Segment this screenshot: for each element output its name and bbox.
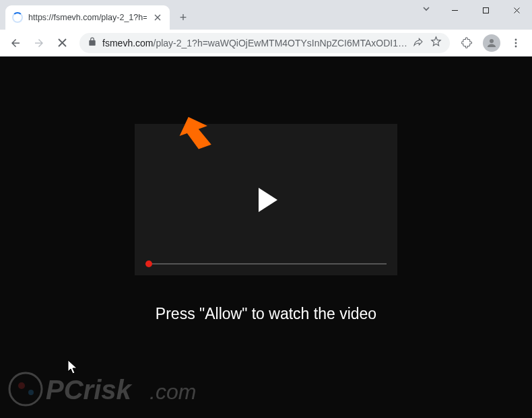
allow-prompt-text: Press "Allow" to watch the video <box>156 305 376 323</box>
back-button[interactable] <box>5 32 26 54</box>
svg-point-7 <box>18 382 25 389</box>
avatar-icon <box>483 34 500 52</box>
svg-point-1 <box>490 39 494 43</box>
page-content: Press "Allow" to watch the video PCrisk … <box>0 57 532 418</box>
window-maximize-button[interactable] <box>470 0 501 20</box>
new-tab-button[interactable]: + <box>174 8 193 27</box>
watermark: PCrisk .com <box>8 365 224 413</box>
address-bar[interactable]: fsmevh.com/play-2_1?h=waWQiOjEwMTM4OTYsI… <box>79 33 450 53</box>
svg-text:.com: .com <box>149 380 196 404</box>
loading-spinner-icon <box>12 12 23 23</box>
tab-close-button[interactable] <box>152 12 163 23</box>
fake-video-player[interactable] <box>135 124 397 275</box>
browser-toolbar: fsmevh.com/play-2_1?h=waWQiOjEwMTM4OTYsI… <box>0 30 532 57</box>
browser-tab[interactable]: https://fsmevh.com/play-2_1?h= <box>5 5 170 30</box>
mouse-cursor-icon <box>67 359 79 376</box>
window-close-button[interactable] <box>501 0 532 20</box>
share-icon[interactable] <box>413 36 424 50</box>
svg-point-6 <box>9 373 42 405</box>
progress-handle-icon <box>145 260 152 267</box>
url-path: /play-2_1?h=waWQiOjEwMTM4OTYsInNpZCI6MTA… <box>154 38 407 48</box>
bookmark-star-icon[interactable] <box>430 36 442 50</box>
svg-point-2 <box>515 38 517 40</box>
svg-text:PCrisk: PCrisk <box>46 375 132 405</box>
svg-point-3 <box>515 42 517 44</box>
window-minimize-button[interactable] <box>439 0 470 20</box>
window-titlebar: https://fsmevh.com/play-2_1?h= + <box>0 0 532 30</box>
lock-icon <box>88 37 97 49</box>
tab-search-button[interactable] <box>422 4 431 16</box>
url-text: fsmevh.com/play-2_1?h=waWQiOjEwMTM4OTYsI… <box>102 38 407 48</box>
tab-title: https://fsmevh.com/play-2_1?h= <box>28 13 147 22</box>
forward-button[interactable] <box>29 32 50 54</box>
window-controls <box>439 0 532 20</box>
svg-point-4 <box>515 45 517 47</box>
svg-rect-0 <box>483 7 488 13</box>
url-domain: fsmevh.com <box>102 38 153 48</box>
menu-button[interactable] <box>505 32 527 54</box>
toolbar-right <box>457 32 527 54</box>
profile-button[interactable] <box>481 32 502 54</box>
video-progress-bar[interactable] <box>145 263 387 265</box>
play-icon <box>259 188 277 212</box>
svg-point-8 <box>28 390 34 395</box>
stop-reload-button[interactable] <box>52 32 73 54</box>
extensions-button[interactable] <box>457 32 478 54</box>
address-bar-actions <box>413 36 442 50</box>
